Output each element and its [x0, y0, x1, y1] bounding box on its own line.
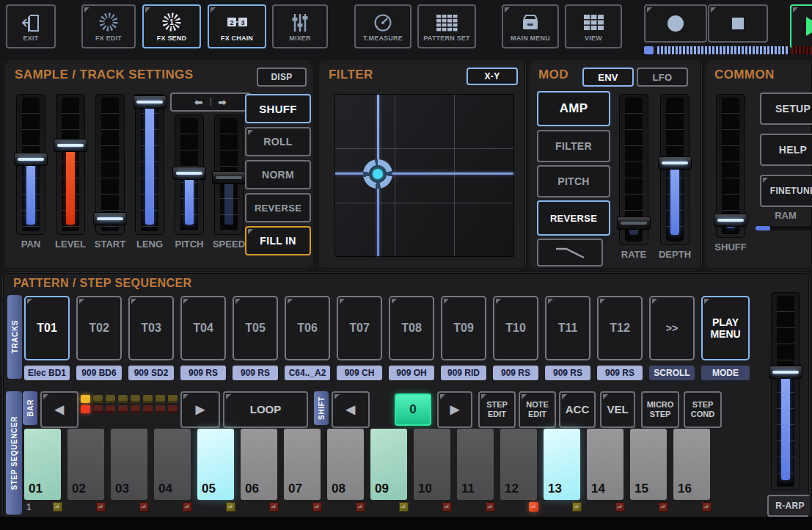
track-button-t12[interactable]: T12 [597, 296, 643, 360]
pitch-slider[interactable]: PITCH [170, 115, 208, 235]
shuff-button[interactable]: SHUFF [245, 94, 311, 123]
step-pad-14[interactable]: 14 [587, 429, 623, 500]
track-sample-chip[interactable]: C64.._A2 [285, 366, 330, 380]
track-sample-chip[interactable]: 909 CH [337, 366, 382, 380]
mod-reverse-button[interactable]: REVERSE [537, 200, 610, 236]
setup-button[interactable]: SETUP [760, 92, 812, 125]
leng-slider-handle[interactable] [133, 95, 167, 109]
track-sample-chip[interactable]: 909 OH [389, 366, 434, 380]
step-pad-05[interactable]: 05 [197, 429, 234, 500]
step-pad-07[interactable]: 07 [284, 429, 321, 500]
stop-button[interactable] [708, 4, 768, 43]
play-menu-button[interactable]: PLAY MENU [701, 296, 750, 360]
track-sample-chip[interactable]: 909 RID [441, 366, 486, 380]
disp-button[interactable]: DISP [257, 68, 307, 87]
step-pad-01[interactable]: 01 [24, 429, 61, 500]
pattern-set-button[interactable]: PATTERN SET [417, 4, 476, 48]
track-sample-chip[interactable]: 909 RS [180, 366, 226, 380]
norm-button[interactable]: NORM [245, 160, 311, 189]
xy-cursor[interactable] [363, 159, 392, 189]
common-shuff-handle[interactable] [714, 214, 747, 227]
track-sample-chip[interactable]: 909 BD6 [76, 366, 122, 380]
sequencer-side-slider[interactable] [766, 292, 805, 490]
bar-tab[interactable]: BAR [23, 391, 37, 425]
rate-slider-handle[interactable] [617, 217, 651, 230]
nudge-left-icon[interactable]: ⬅ [194, 97, 202, 108]
shift-prev-button[interactable]: ◀ [332, 391, 370, 428]
track-button-t10[interactable]: T10 [493, 296, 538, 360]
step-pad-15[interactable]: 15 [630, 429, 667, 500]
step-pad-10[interactable]: 10 [414, 429, 450, 500]
micro-step-button[interactable]: MICROSTEP [641, 391, 679, 428]
step-pad-11[interactable]: 11 [457, 429, 494, 500]
track-button-t06[interactable]: T06 [285, 296, 330, 360]
play-button[interactable]: 12 [790, 4, 812, 48]
track-sample-chip[interactable]: 909 RS [493, 366, 538, 380]
step-edit-button[interactable]: STEPEDIT [478, 391, 516, 428]
rate-slider[interactable]: RATE [616, 94, 651, 245]
sample-nudge-arrows[interactable]: ⬅ ➡ [170, 92, 251, 112]
step-pad-09[interactable]: 09 [370, 429, 407, 500]
vel-button[interactable]: VEL [600, 391, 635, 428]
track-sample-chip[interactable]: 909 RS [545, 366, 590, 380]
shift-next-button[interactable]: ▶ [437, 391, 472, 428]
acc-button[interactable]: ACC [559, 391, 596, 428]
step-pad-13[interactable]: 13 [544, 429, 580, 500]
track-button-t02[interactable]: T02 [76, 296, 122, 360]
shift-tab[interactable]: SHIFT [314, 391, 329, 425]
mod-filter-button[interactable]: FILTER [537, 130, 610, 162]
step-pad-08[interactable]: 08 [327, 429, 364, 500]
fx-edit-button[interactable]: FX EDIT [81, 4, 136, 48]
track-sample-chip[interactable]: 909 SD2 [128, 366, 174, 380]
roll-button[interactable]: ROLL [245, 127, 311, 156]
fill-in-button[interactable]: FILL IN [245, 226, 311, 255]
track-button-t01[interactable]: T01 [24, 296, 70, 360]
step-pad-16[interactable]: 16 [673, 429, 710, 500]
filter-xy-pad[interactable] [334, 94, 514, 257]
nudge-right-icon[interactable]: ➡ [219, 97, 227, 108]
side-slider-handle[interactable] [769, 366, 802, 379]
speed-slider-handle[interactable] [212, 171, 246, 184]
start-slider-handle[interactable] [93, 212, 127, 225]
finetune-button[interactable]: FINETUNE [760, 175, 812, 207]
loop-button[interactable]: LOOP [223, 391, 308, 428]
bar-next-button[interactable]: ▶ [180, 391, 220, 428]
r-arp-button[interactable]: R-ARP [767, 495, 809, 517]
exit-button[interactable]: EXIT [6, 4, 56, 48]
xy-mode-button[interactable]: X-Y [467, 68, 518, 85]
bar-prev-button[interactable]: ◀ [40, 391, 78, 428]
common-shuff-slider[interactable]: SHUFF [712, 94, 750, 238]
track-button-t08[interactable]: T08 [389, 296, 434, 360]
mod-amp-button[interactable]: AMP [537, 91, 610, 126]
track-sample-chip[interactable]: 909 RS [597, 366, 643, 380]
mixer-button[interactable]: MIXER [272, 4, 328, 48]
depth-slider-handle[interactable] [658, 156, 692, 170]
track-sample-chip[interactable]: Elec BD1 [24, 366, 70, 380]
track-scroll-button[interactable]: >> [649, 296, 695, 360]
pan-slider-handle[interactable] [14, 153, 48, 166]
fx-send-button[interactable]: 1 FX SEND [142, 4, 201, 48]
step-pad-03[interactable]: 03 [111, 429, 147, 500]
fx-chain-button[interactable]: 2 3 FX CHAIN [208, 4, 266, 48]
shift-value-display[interactable]: 0 [395, 393, 431, 426]
speed-slider[interactable]: SPEED [210, 115, 248, 235]
main-menu-button[interactable]: MAIN MENU [502, 4, 559, 48]
level-slider[interactable]: LEVEL [51, 94, 89, 235]
pan-slider[interactable]: PAN [12, 94, 50, 235]
reverse-button[interactable]: REVERSE [245, 193, 311, 222]
env-shape-button[interactable] [537, 239, 603, 266]
record-button[interactable] [644, 4, 707, 43]
step-sequencer-tab[interactable]: STEP SEQUENCER [6, 391, 22, 515]
help-button[interactable]: HELP [760, 134, 812, 166]
mod-pitch-button[interactable]: PITCH [537, 165, 610, 197]
pitch-slider-handle[interactable] [172, 167, 206, 180]
track-sample-chip[interactable]: 909 RS [233, 366, 278, 380]
scroll-chip[interactable]: SCROLL [649, 366, 695, 380]
step-cond-button[interactable]: STEPCOND [684, 391, 722, 428]
tracks-tab[interactable]: TRACKS [7, 295, 22, 379]
start-slider[interactable]: START [91, 94, 129, 235]
env-tab[interactable]: ENV [582, 68, 634, 87]
note-edit-button[interactable]: NOTEEDIT [519, 391, 556, 428]
track-button-t03[interactable]: T03 [128, 296, 174, 360]
step-pad-06[interactable]: 06 [241, 429, 277, 500]
